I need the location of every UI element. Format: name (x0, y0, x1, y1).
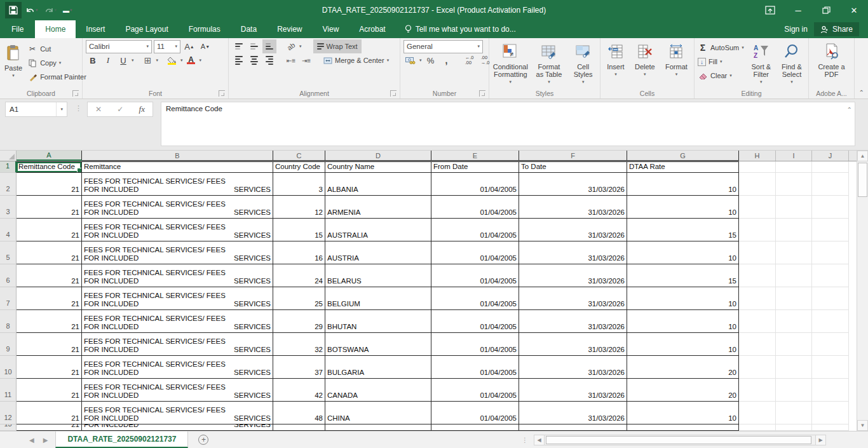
cell-remittance[interactable]: FEES FOR TECHNICAL SERVICES/ FEES FOR IN… (82, 241, 273, 264)
cell-country-name[interactable]: BULGARIA (325, 356, 431, 379)
cell-country-name[interactable]: AUSTRALIA (325, 219, 431, 241)
undo-button[interactable]: ▾ (23, 2, 41, 18)
delete-cells-button[interactable]: Delete▾ (632, 39, 658, 79)
cell-remittance[interactable]: FEES FOR TECHNICAL SERVICES/ FEES FOR IN… (82, 356, 273, 379)
cell-remittance[interactable]: FEES FOR TECHNICAL SERVICES/ FEES FOR IN… (82, 287, 273, 310)
row-header[interactable]: 9 (0, 333, 17, 356)
fill-color-icon[interactable] (165, 53, 179, 67)
cell-remittance[interactable]: FEES FOR TECHNICAL SERVICES/ FEES FOR IN… (82, 196, 273, 219)
cell-country-code[interactable]: 12 (273, 196, 325, 219)
cell-empty[interactable] (776, 310, 812, 333)
cell-empty[interactable] (812, 219, 849, 241)
fill-button[interactable]: ↓ Fill▾ (696, 55, 746, 69)
cell-empty[interactable] (739, 287, 776, 310)
borders-icon[interactable]: ⊞ (141, 53, 155, 67)
tab-page-layout[interactable]: Page Layout (115, 20, 178, 38)
cell-empty[interactable] (776, 173, 812, 196)
cell-country-code[interactable]: 42 (273, 379, 325, 402)
clear-button[interactable]: Clear▾ (696, 69, 746, 83)
cell-from-date[interactable]: 01/04/2005 (431, 379, 519, 402)
save-icon[interactable] (5, 2, 22, 18)
cell-to-date[interactable]: 31/03/2026 (519, 333, 627, 356)
cell-dtaa-rate[interactable]: 10 (627, 333, 739, 356)
restore-button[interactable] (812, 0, 840, 20)
share-button[interactable]: Share (814, 22, 859, 36)
cell-to-date[interactable]: 31/03/2026 (519, 310, 627, 333)
cell-empty[interactable] (739, 161, 776, 173)
cell-empty[interactable] (776, 379, 812, 402)
cell-empty[interactable] (776, 424, 812, 431)
copy-button[interactable]: Copy▾ (25, 56, 88, 70)
tab-formulas[interactable]: Formulas (179, 20, 231, 38)
cell-country-name[interactable]: BELARUS (325, 264, 431, 287)
cell-empty[interactable] (739, 402, 776, 424)
new-sheet-button[interactable]: + (188, 431, 219, 448)
cell-empty[interactable] (776, 356, 812, 379)
alignment-dialog-launcher-icon[interactable] (390, 90, 397, 97)
column-header-h[interactable]: H (739, 151, 776, 161)
cell-remittance-code[interactable]: 21 (17, 424, 82, 431)
cell-from-date[interactable]: 01/04/2005 (431, 333, 519, 356)
number-format-select[interactable]: General▾ (403, 40, 483, 53)
column-header-b[interactable]: B (82, 151, 273, 161)
cell-country-code[interactable]: 15 (273, 219, 325, 241)
row-header[interactable]: 11 (0, 379, 17, 402)
cell-dtaa-rate[interactable]: 10 (627, 196, 739, 219)
cell-country-code[interactable]: 32 (273, 333, 325, 356)
column-header-e[interactable]: E (431, 151, 519, 161)
row-header[interactable]: 6 (0, 264, 17, 287)
cell-country-code[interactable] (273, 424, 325, 431)
sort-filter-button[interactable]: AZ Sort & Filter▾ (746, 39, 776, 87)
column-header-g[interactable]: G (627, 151, 739, 161)
column-header-d[interactable]: D (325, 151, 431, 161)
prev-sheet-icon[interactable]: ◀ (29, 437, 34, 444)
cell-country-name[interactable]: AUSTRIA (325, 241, 431, 264)
cell-remittance[interactable]: FEES FOR TECHNICAL SERVICES/ FEES FOR IN… (82, 310, 273, 333)
cell-empty[interactable] (739, 424, 776, 431)
cancel-icon[interactable]: ✕ (95, 105, 102, 114)
cell-a1-selected[interactable]: Remittance Code (17, 161, 82, 173)
row-header[interactable]: 12 (0, 402, 17, 424)
conditional-formatting-button[interactable]: ≠ Conditional Formatting▾ (491, 39, 529, 87)
cell-styles-button[interactable]: Cell Styles▾ (569, 39, 598, 87)
row-header[interactable]: 10 (0, 356, 17, 379)
cell-empty[interactable] (812, 402, 849, 424)
column-header-i[interactable]: I (776, 151, 812, 161)
cell-empty[interactable] (812, 196, 849, 219)
tab-data[interactable]: Data (231, 20, 267, 38)
cell-empty[interactable] (812, 356, 849, 379)
tab-file[interactable]: File (0, 20, 35, 38)
cell-to-date[interactable]: 31/03/2026 (519, 264, 627, 287)
cell-empty[interactable] (812, 424, 849, 431)
tab-home[interactable]: Home (35, 20, 76, 38)
insert-cells-button[interactable]: Insert▾ (604, 39, 628, 79)
underline-button[interactable]: U (116, 53, 130, 67)
cell-country-name[interactable]: ALBANIA (325, 173, 431, 196)
cell-empty[interactable] (739, 356, 776, 379)
find-select-button[interactable]: Find & Select▾ (776, 39, 807, 87)
cell-remittance[interactable]: FEES FOR TECHNICAL SERVICES/ FEES FOR IN… (82, 424, 273, 431)
cell-empty[interactable] (739, 264, 776, 287)
percent-style-icon[interactable]: % (424, 53, 438, 67)
cell-country-code[interactable]: 29 (273, 310, 325, 333)
middle-align-icon[interactable] (247, 39, 261, 53)
formula-bar-input[interactable]: Remittance Code ⌃ (161, 102, 855, 146)
font-dialog-launcher-icon[interactable] (219, 90, 225, 97)
cell-country-name[interactable]: ARMENIA (325, 196, 431, 219)
cell-from-date[interactable]: 01/04/2005 (431, 173, 519, 196)
select-all-corner[interactable] (0, 151, 17, 161)
cell-dtaa-rate[interactable]: 15 (627, 264, 739, 287)
cell-country-code[interactable]: 37 (273, 356, 325, 379)
cell-remittance-code[interactable]: 21 (17, 241, 82, 264)
row-header-1[interactable]: 1 (0, 161, 17, 173)
cell-empty[interactable] (812, 287, 849, 310)
bottom-align-icon[interactable] (262, 39, 276, 53)
cell-to-date[interactable] (519, 424, 627, 431)
cell-remittance[interactable]: FEES FOR TECHNICAL SERVICES/ FEES FOR IN… (82, 333, 273, 356)
font-size-select[interactable]: 11▾ (154, 40, 180, 53)
cell-from-date[interactable]: 01/04/2005 (431, 241, 519, 264)
ribbon-display-options-icon[interactable] (756, 0, 784, 20)
cell-from-date[interactable] (431, 424, 519, 431)
customize-qat-icon[interactable]: ▬▾ (60, 2, 75, 18)
cell-empty[interactable] (739, 310, 776, 333)
